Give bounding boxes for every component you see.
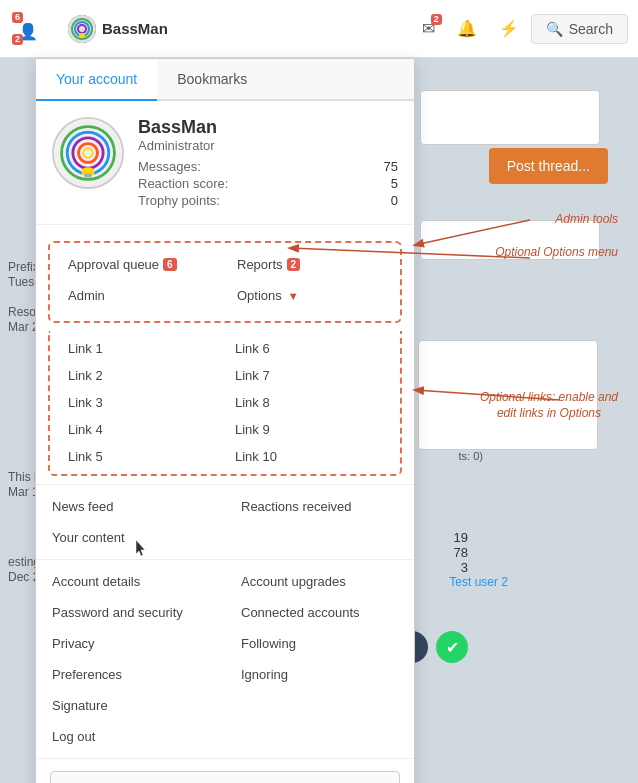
profile-stats: Messages: 75 Reaction score: 5 Trophy po… xyxy=(138,159,398,208)
admin-label: Admin xyxy=(68,288,105,303)
links-dashed-container: Link 1 Link 6 Link 2 Link 7 Link 3 Link … xyxy=(48,331,402,476)
options-menu-annotation: Optional Options menu xyxy=(495,245,618,259)
lightning-icon-button[interactable]: ⚡ xyxy=(489,11,529,46)
empty-1 xyxy=(225,522,414,553)
bg-numbers: 19 78 3 xyxy=(454,530,468,575)
user-avatar-small xyxy=(68,15,96,43)
messages-value: 75 xyxy=(321,159,398,174)
username-label: BassMan xyxy=(102,20,168,37)
lightning-icon: ⚡ xyxy=(499,20,519,37)
account-menu-section: Account details Account upgrades Passwor… xyxy=(36,560,414,759)
link-8[interactable]: Link 8 xyxy=(225,389,392,416)
search-icon: 🔍 xyxy=(546,21,563,37)
optional-links-annotation: Optional links: enable and edit links in… xyxy=(480,390,618,421)
signature-item[interactable]: Signature xyxy=(36,690,225,721)
account-upgrades-item[interactable]: Account upgrades xyxy=(225,566,414,597)
bell-icon: 🔔 xyxy=(457,20,477,37)
link-6[interactable]: Link 6 xyxy=(225,335,392,362)
admin-row-2: Admin Options ▼ xyxy=(58,282,392,309)
link-3[interactable]: Link 3 xyxy=(58,389,225,416)
profile-name: BassMan xyxy=(138,117,398,138)
topnav-left: 6 👤 2 BassMan xyxy=(10,9,178,49)
messages-icon-button[interactable]: ✉ 2 xyxy=(412,11,445,46)
account-menu-grid: Account details Account upgrades Passwor… xyxy=(36,566,414,752)
user-avatar-large[interactable] xyxy=(52,117,124,189)
tab-bookmarks[interactable]: Bookmarks xyxy=(157,59,267,101)
news-feed-item[interactable]: News feed xyxy=(36,491,225,522)
menu-section: News feed Reactions received Your conten… xyxy=(36,485,414,560)
profile-info: BassMan Administrator Messages: 75 React… xyxy=(138,117,398,208)
preferences-item[interactable]: Preferences xyxy=(36,659,225,690)
password-security-item[interactable]: Password and security xyxy=(36,597,225,628)
status-input[interactable] xyxy=(50,771,400,783)
messages-badge: 2 xyxy=(431,14,442,25)
link-1[interactable]: Link 1 xyxy=(58,335,225,362)
profile-role: Administrator xyxy=(138,138,398,153)
search-label: Search xyxy=(569,21,613,37)
tab-your-account[interactable]: Your account xyxy=(36,59,157,101)
bg-pts: ts: 0) xyxy=(459,450,483,462)
link-9[interactable]: Link 9 xyxy=(225,416,392,443)
links-grid: Link 1 Link 6 Link 2 Link 7 Link 3 Link … xyxy=(58,335,392,470)
link-10[interactable]: Link 10 xyxy=(225,443,392,470)
approval-queue-label: Approval queue xyxy=(68,257,159,272)
bg-card-1 xyxy=(420,90,600,145)
account-dropdown: Your account Bookmarks BassMan Administr… xyxy=(35,58,415,783)
trophy-value: 0 xyxy=(321,193,398,208)
your-content-item[interactable]: Your content xyxy=(36,522,225,553)
profile-section: BassMan Administrator Messages: 75 React… xyxy=(36,101,414,225)
admin-tools-annotation: Admin tools xyxy=(555,212,618,226)
link-2[interactable]: Link 2 xyxy=(58,362,225,389)
ignoring-item[interactable]: Ignoring xyxy=(225,659,414,690)
admin-tools-container: Approval queue 6 Reports 2 Admin Options… xyxy=(48,241,402,323)
reaction-label: Reaction score: xyxy=(138,176,291,191)
logout-item[interactable]: Log out xyxy=(36,721,225,752)
dropdown-tabs: Your account Bookmarks xyxy=(36,59,414,101)
reports-badge: 2 xyxy=(287,258,301,271)
badge-top-count: 6 xyxy=(12,12,23,23)
svg-point-4 xyxy=(79,33,85,37)
empty-3 xyxy=(225,721,414,752)
post-thread-button[interactable]: Post thread... xyxy=(489,148,608,184)
menu-grid: News feed Reactions received Your conten… xyxy=(36,491,414,553)
approval-queue-badge: 6 xyxy=(163,258,177,271)
svg-rect-12 xyxy=(84,174,92,178)
following-item[interactable]: Following xyxy=(225,628,414,659)
bg-testuser: Test user 2 xyxy=(449,575,508,589)
empty-2 xyxy=(225,690,414,721)
link-5[interactable]: Link 5 xyxy=(58,443,225,470)
options-arrow-icon: ▼ xyxy=(288,290,299,302)
reaction-value: 5 xyxy=(321,176,398,191)
admin-row-1: Approval queue 6 Reports 2 xyxy=(58,251,392,278)
link-4[interactable]: Link 4 xyxy=(58,416,225,443)
notifications-icon-button[interactable]: 🔔 xyxy=(447,11,487,46)
admin-link[interactable]: Admin xyxy=(58,282,223,309)
reports-label: Reports xyxy=(237,257,283,272)
reports-link[interactable]: Reports 2 xyxy=(227,251,392,278)
options-label: Options xyxy=(237,288,282,303)
status-section xyxy=(36,759,414,783)
messages-label: Messages: xyxy=(138,159,291,174)
privacy-item[interactable]: Privacy xyxy=(36,628,225,659)
reactions-received-item[interactable]: Reactions received xyxy=(225,491,414,522)
top-navigation: 6 👤 2 BassMan ✉ 2 🔔 xyxy=(0,0,638,58)
options-link[interactable]: Options ▼ xyxy=(227,282,392,309)
link-7[interactable]: Link 7 xyxy=(225,362,392,389)
account-details-item[interactable]: Account details xyxy=(36,566,225,597)
connected-accounts-item[interactable]: Connected accounts xyxy=(225,597,414,628)
admin-section: Approval queue 6 Reports 2 Admin Options… xyxy=(36,225,414,485)
badge-button[interactable]: 6 👤 2 xyxy=(10,10,54,47)
whatsapp-icon[interactable]: ✔ xyxy=(436,631,468,663)
badge-sub-count: 2 xyxy=(12,34,23,45)
trophy-label: Trophy points: xyxy=(138,193,291,208)
username-button[interactable]: BassMan xyxy=(58,9,178,49)
topnav-icons: ✉ 2 🔔 ⚡ 🔍 Search xyxy=(412,11,628,46)
approval-queue-link[interactable]: Approval queue 6 xyxy=(58,251,223,278)
search-button[interactable]: 🔍 Search xyxy=(531,14,628,44)
